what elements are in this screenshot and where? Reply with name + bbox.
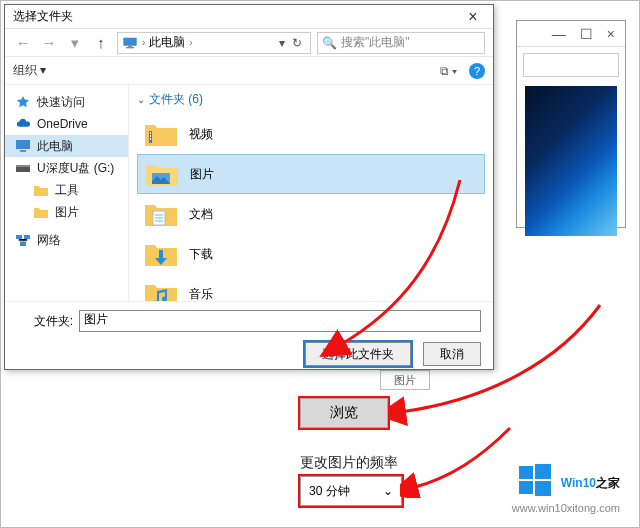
list-item-label: 文档 [189, 206, 213, 223]
folder-icon [143, 119, 179, 149]
watermark-url: www.win10xitong.com [512, 502, 620, 514]
svg-rect-22 [535, 481, 551, 496]
section-header[interactable]: ⌄ 文件夹 (6) [137, 91, 485, 108]
bg-search-input[interactable] [523, 53, 619, 77]
browse-button[interactable]: 浏览 [300, 398, 388, 428]
background-settings-window: — ☐ × [516, 20, 626, 228]
usb-drive-icon [15, 161, 31, 175]
bg-titlebar: — ☐ × [517, 21, 625, 47]
sidebar-item-label: U深度U盘 (G:) [37, 160, 114, 177]
svg-rect-8 [24, 235, 30, 239]
sidebar-item-usb-drive[interactable]: U深度U盘 (G:) [5, 157, 128, 179]
folder-picker-dialog: 选择文件夹 × ← → ▾ ↑ › 此电脑 › ▾ ↻ 🔍 搜索"此电脑" 组织… [4, 4, 494, 370]
folder-icon [144, 159, 180, 189]
chevron-right-icon: › [142, 37, 145, 48]
section-title: 文件夹 (6) [149, 91, 203, 108]
close-icon[interactable]: × [461, 9, 485, 25]
svg-rect-12 [150, 135, 151, 137]
change-frequency-label: 更改图片的频率 [300, 454, 398, 472]
dialog-title: 选择文件夹 [13, 8, 461, 25]
this-pc-icon [15, 139, 31, 153]
folder-name-input[interactable]: 图片 [79, 310, 481, 332]
wallpaper-preview [525, 86, 617, 236]
windows-icon [517, 462, 553, 498]
list-item-videos[interactable]: 视频 [137, 114, 485, 154]
forward-icon: → [39, 33, 59, 53]
frequency-value: 30 分钟 [309, 483, 350, 500]
sidebar-item-onedrive[interactable]: OneDrive [5, 113, 128, 135]
sidebar-item-label: 工具 [55, 182, 79, 199]
cloud-icon [15, 117, 31, 131]
this-pc-icon [122, 36, 138, 50]
network-icon [15, 233, 31, 247]
sidebar-item-label: 快速访问 [37, 94, 85, 111]
help-icon[interactable]: ? [469, 63, 485, 79]
maximize-icon[interactable]: ☐ [580, 26, 593, 42]
chevron-right-icon[interactable]: › [189, 37, 192, 48]
search-icon: 🔍 [322, 36, 337, 50]
list-item-label: 图片 [190, 166, 214, 183]
folder-icon [143, 279, 179, 301]
svg-rect-3 [16, 140, 30, 149]
sidebar-item-this-pc[interactable]: 此电脑 [5, 135, 128, 157]
svg-rect-6 [16, 165, 30, 167]
chevron-down-icon: ⌄ [137, 94, 145, 105]
sidebar-item-tools[interactable]: 工具 [5, 179, 128, 201]
dialog-titlebar: 选择文件夹 × [5, 5, 493, 29]
change-frequency-dropdown[interactable]: 30 分钟 ⌄ [300, 476, 402, 506]
watermark-logo: Win10之家 [517, 462, 620, 498]
sidebar-item-quick-access[interactable]: 快速访问 [5, 91, 128, 113]
list-item-music[interactable]: 音乐 [137, 274, 485, 301]
list-item-label: 视频 [189, 126, 213, 143]
sidebar-item-label: OneDrive [37, 117, 88, 131]
close-icon[interactable]: × [607, 26, 615, 42]
svg-rect-11 [150, 132, 151, 134]
cancel-button[interactable]: 取消 [423, 342, 481, 366]
folder-icon [143, 239, 179, 269]
back-icon[interactable]: ← [13, 33, 33, 53]
folder-icon [143, 199, 179, 229]
view-options-button[interactable]: ⧉ ▾ [440, 64, 457, 78]
sidebar-item-label: 网络 [37, 232, 61, 249]
svg-rect-2 [126, 47, 134, 48]
chevron-down-icon: ⌄ [383, 484, 393, 498]
folder-list[interactable]: ⌄ 文件夹 (6) 视频 图片 文档 下载 [129, 85, 493, 301]
svg-rect-0 [123, 37, 136, 45]
svg-rect-4 [20, 150, 26, 152]
up-icon[interactable]: ↑ [91, 33, 111, 53]
brand-text-b: 之家 [596, 476, 620, 490]
svg-rect-1 [128, 45, 132, 46]
brand-text-a: Win10 [561, 476, 596, 490]
dialog-footer: 文件夹: 图片 选择此文件夹 取消 [5, 301, 493, 374]
sidebar-item-network[interactable]: 网络 [5, 229, 128, 251]
star-icon [15, 95, 31, 109]
dialog-toolbar: 组织 ▾ ⧉ ▾ ? [5, 57, 493, 85]
folder-icon [33, 205, 49, 219]
list-item-documents[interactable]: 文档 [137, 194, 485, 234]
search-placeholder: 搜索"此电脑" [341, 34, 410, 51]
list-item-downloads[interactable]: 下载 [137, 234, 485, 274]
search-input[interactable]: 🔍 搜索"此电脑" [317, 32, 485, 54]
svg-rect-7 [16, 235, 22, 239]
address-bar[interactable]: › 此电脑 › ▾ ↻ [117, 32, 311, 54]
breadcrumb-segment[interactable]: 此电脑 [149, 34, 185, 51]
address-dropdown-icon[interactable]: ▾ [279, 36, 285, 50]
minimize-icon[interactable]: — [552, 26, 566, 42]
folder-icon [33, 183, 49, 197]
organize-button[interactable]: 组织 ▾ [13, 62, 46, 79]
select-folder-button[interactable]: 选择此文件夹 [305, 342, 411, 366]
svg-rect-21 [519, 481, 533, 494]
svg-rect-20 [535, 464, 551, 479]
list-item-label: 音乐 [189, 286, 213, 302]
list-item-pictures[interactable]: 图片 [137, 154, 485, 194]
refresh-icon[interactable]: ↻ [292, 36, 302, 50]
sidebar-tree: 快速访问 OneDrive 此电脑 U深度U盘 (G:) 工具 图片 [5, 85, 129, 301]
folder-name-label: 文件夹: [17, 313, 73, 330]
svg-rect-13 [150, 138, 151, 140]
sidebar-item-label: 此电脑 [37, 138, 73, 155]
history-dropdown-icon[interactable]: ▾ [65, 33, 85, 53]
dialog-navbar: ← → ▾ ↑ › 此电脑 › ▾ ↻ 🔍 搜索"此电脑" [5, 29, 493, 57]
sidebar-item-pictures[interactable]: 图片 [5, 201, 128, 223]
list-item-label: 下载 [189, 246, 213, 263]
svg-rect-9 [20, 242, 26, 246]
